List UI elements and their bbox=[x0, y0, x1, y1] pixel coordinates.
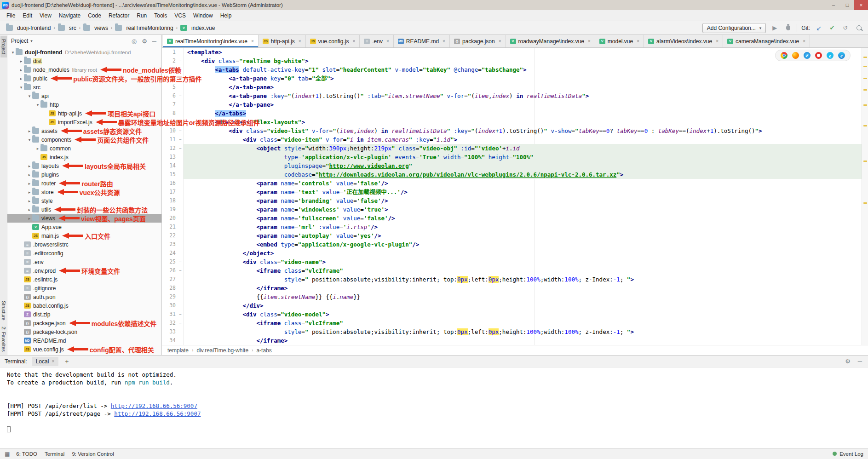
code-line-1[interactable]: 1<template> bbox=[162, 48, 862, 57]
tree-item-main-js[interactable]: JSmain.js入口文件 bbox=[7, 231, 161, 240]
tree-item-common[interactable]: ▸common bbox=[7, 144, 161, 153]
fold-marker[interactable]: − bbox=[178, 92, 184, 100]
git-commit-button[interactable]: ✔ bbox=[828, 23, 837, 33]
code-line-4[interactable]: 4− <a-tab-pane key="0" tab="全部"> bbox=[162, 74, 862, 83]
tab-close-icon[interactable]: × bbox=[588, 39, 591, 44]
warning-stripe-mark[interactable] bbox=[863, 78, 867, 79]
tab-http-api-js[interactable]: JShttp-api.js× bbox=[259, 35, 306, 47]
tab-vue-config-js[interactable]: JSvue.config.js× bbox=[306, 35, 360, 47]
code-line-18[interactable]: 18 <param name='branding' value='false'/… bbox=[162, 196, 862, 205]
locate-file-icon[interactable]: ◎ bbox=[130, 38, 138, 45]
line-number[interactable]: 29 bbox=[162, 293, 178, 301]
code-line-9[interactable]: 9− <div class="flex-layouts"> bbox=[162, 118, 862, 126]
minimize-button[interactable]: – bbox=[827, 0, 840, 10]
chevron-right-icon[interactable]: ▸ bbox=[18, 59, 24, 63]
code-line-34[interactable]: 34 </iframe> bbox=[162, 336, 862, 345]
chevron-right-icon[interactable]: ▸ bbox=[27, 207, 32, 212]
chevron-right-icon[interactable]: ▸ bbox=[27, 181, 32, 186]
minimize-panel-icon[interactable]: ─ bbox=[857, 358, 863, 365]
code-line-17[interactable]: 17 <param name='text' value='正在加载视频中...'… bbox=[162, 188, 862, 196]
fold-marker[interactable]: − bbox=[178, 126, 184, 135]
menu-navigate[interactable]: Navigate bbox=[55, 11, 84, 20]
editor-breadcrumb-template[interactable]: template bbox=[167, 347, 189, 354]
line-number[interactable]: 20 bbox=[162, 214, 178, 223]
tree-item-auth-json[interactable]: {}auth.json bbox=[7, 293, 161, 301]
chevron-right-icon[interactable]: ▸ bbox=[18, 76, 24, 81]
chevron-down-icon[interactable]: ▾ bbox=[30, 39, 33, 43]
editor-breadcrumb-div-realtime-bg-white[interactable]: div.realTime.bg-white bbox=[196, 347, 248, 354]
tree-item-assets[interactable]: ▸assetsassets静态资源文件 bbox=[7, 126, 161, 135]
code-line-31[interactable]: 31− <div class="video-model"> bbox=[162, 310, 862, 319]
edge-icon[interactable] bbox=[838, 52, 845, 59]
chevron-right-icon[interactable]: ▸ bbox=[27, 172, 32, 177]
warning-stripe-mark[interactable] bbox=[863, 161, 867, 162]
tab-model-vue[interactable]: Vmodel.vue× bbox=[595, 35, 644, 47]
tab-package-json[interactable]: {}package.json× bbox=[450, 35, 506, 47]
tree-item-app-vue[interactable]: VApp.vue bbox=[7, 223, 161, 231]
warning-stripe-mark[interactable] bbox=[863, 66, 867, 67]
menu-file[interactable]: File bbox=[3, 11, 19, 20]
opera-icon[interactable] bbox=[815, 52, 822, 59]
statusbar-terminal[interactable]: Terminal bbox=[45, 451, 64, 457]
tree-item-env-prod[interactable]: ≡.env.prod环境变量文件 bbox=[7, 266, 161, 275]
tab-close-icon[interactable]: × bbox=[803, 39, 805, 44]
line-number[interactable]: 1 bbox=[162, 48, 178, 57]
line-number[interactable]: 31 bbox=[162, 310, 178, 319]
code-line-19[interactable]: 19 <param name='windowless' value='true'… bbox=[162, 205, 862, 214]
ie-icon[interactable] bbox=[827, 52, 834, 59]
safari-icon[interactable] bbox=[804, 52, 811, 59]
line-number[interactable]: 5 bbox=[162, 83, 178, 92]
tree-item-package-lock-json[interactable]: {}package-lock.json bbox=[7, 327, 161, 336]
tab-roadwaymanage-index-vue[interactable]: VroadwayManage\index.vue× bbox=[506, 35, 595, 47]
code-line-12[interactable]: 12− <object style="width:390px;height:21… bbox=[162, 144, 862, 153]
run-button[interactable]: ▶ bbox=[770, 23, 779, 33]
fold-marker[interactable]: − bbox=[178, 266, 184, 275]
line-number[interactable]: 26 bbox=[162, 266, 178, 275]
tab-close-icon[interactable]: × bbox=[386, 39, 389, 44]
code-line-29[interactable]: 29 {{item.streetName}} {{i.name}} bbox=[162, 293, 862, 301]
gear-icon[interactable]: ⚙ bbox=[844, 358, 852, 365]
code-line-5[interactable]: 5 </a-tab-pane> bbox=[162, 83, 862, 92]
line-number[interactable]: 22 bbox=[162, 231, 178, 240]
gear-icon[interactable]: ⚙ bbox=[140, 38, 149, 45]
code-line-23[interactable]: 23 <embed type="application/x-google-vlc… bbox=[162, 240, 862, 249]
toolwindow-project[interactable]: Project bbox=[0, 36, 7, 57]
chevron-down-icon[interactable]: ▾ bbox=[18, 85, 24, 90]
tab-readme-md[interactable]: MDREADME.md× bbox=[394, 35, 450, 47]
tree-item-importexcel-js[interactable]: JSimportExcel.js暴露环境变量地址给图片or视频资源路径继承组件 bbox=[7, 118, 161, 126]
tab-close-icon[interactable]: × bbox=[716, 39, 719, 44]
tree-item-plugins[interactable]: ▸plugins bbox=[7, 170, 161, 179]
tab-alarmvideos-index-vue[interactable]: ValarmVideos\index.vue× bbox=[644, 35, 723, 47]
code-line-27[interactable]: 27 style=" position:absolute;visibility:… bbox=[162, 275, 862, 284]
chevron-right-icon[interactable]: ▸ bbox=[27, 190, 32, 195]
tree-item-views[interactable]: ▸viewsview视图、pages页面 bbox=[7, 214, 161, 223]
code-line-32[interactable]: 32− <iframe class="vlcIframe" bbox=[162, 319, 862, 327]
line-number[interactable]: 8 bbox=[162, 109, 178, 118]
tree-item-components[interactable]: ▾components页面公共组件文件 bbox=[7, 135, 161, 144]
event-log-label[interactable]: Event Log bbox=[839, 451, 863, 457]
project-panel-title[interactable]: Project bbox=[11, 38, 28, 44]
tab-close-icon[interactable]: × bbox=[251, 39, 254, 44]
debug-button[interactable] bbox=[783, 23, 793, 33]
code-line-30[interactable]: 30 </div> bbox=[162, 301, 862, 310]
line-number[interactable]: 28 bbox=[162, 284, 178, 293]
new-terminal-button[interactable]: + bbox=[63, 358, 70, 365]
code-line-33[interactable]: 33 style=" position:absolute;visibility:… bbox=[162, 327, 862, 336]
tree-item-node-modules[interactable]: ▸node_moduleslibrary rootnode_modules依赖 bbox=[7, 65, 161, 74]
menu-refactor[interactable]: Refactor bbox=[105, 11, 133, 20]
code-line-15[interactable]: 15 codebase="http://downloads.videolan.o… bbox=[162, 170, 862, 179]
code-line-22[interactable]: 22 <param name='autoplay' value='yes'/> bbox=[162, 231, 862, 240]
menu-view[interactable]: View bbox=[36, 11, 55, 20]
breadcrumb-item-duoji-frontend[interactable]: duoji-frontend bbox=[5, 24, 52, 32]
warning-stripe-mark[interactable] bbox=[863, 89, 867, 91]
line-number[interactable]: 30 bbox=[162, 301, 178, 310]
menu-tools[interactable]: Tools bbox=[150, 11, 171, 20]
tree-item-gitignore[interactable]: ≡.gitignore bbox=[7, 284, 161, 293]
tree-item-utils[interactable]: ▸utils封装的一些公共函数方法 bbox=[7, 205, 161, 214]
code-line-8[interactable]: 8 </a-tabs> bbox=[162, 109, 862, 118]
run-configuration-select[interactable]: Add Configuration... ▾ bbox=[702, 23, 766, 33]
menu-window[interactable]: Window bbox=[190, 11, 217, 20]
tree-item-router[interactable]: ▸routerrouter路由 bbox=[7, 179, 161, 188]
line-number[interactable]: 17 bbox=[162, 188, 178, 196]
chevron-down-icon[interactable]: ▾ bbox=[10, 50, 16, 55]
